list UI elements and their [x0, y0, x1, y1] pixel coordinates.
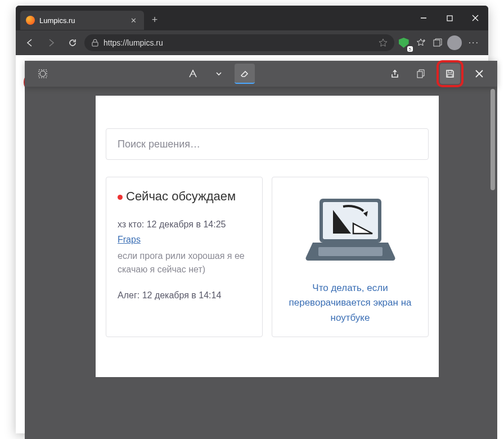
save-button[interactable]: [440, 64, 460, 84]
tab-close-button[interactable]: ✕: [128, 15, 138, 25]
shield-badge: 5: [407, 46, 413, 52]
tracking-shield[interactable]: 5: [397, 35, 411, 50]
search-placeholder: Поиск решения…: [118, 138, 200, 150]
chevron-down-icon: [215, 70, 222, 77]
comment-meta: хз кто: 12 декабря в 14:25: [118, 218, 251, 231]
lock-icon: [91, 39, 99, 47]
highlighter-button[interactable]: [183, 64, 203, 84]
comment-body: если прога рили хорошая я ее скачаю я се…: [118, 249, 251, 276]
back-button[interactable]: [20, 33, 39, 52]
overlay-scrollbar[interactable]: [490, 89, 495, 190]
window-controls: [411, 8, 488, 28]
laptop-rotate-icon: [303, 194, 398, 267]
favicon-icon: [26, 16, 35, 25]
collections-icon: [433, 38, 443, 48]
tab-title: Lumpics.ru: [39, 16, 75, 25]
eraser-icon: [239, 68, 250, 79]
svg-rect-20: [318, 247, 382, 256]
url-box[interactable]: https://lumpics.ru: [84, 34, 394, 51]
minimize-button[interactable]: [411, 8, 436, 28]
svg-rect-13: [417, 71, 422, 78]
collections-button[interactable]: [430, 35, 445, 50]
close-icon: [475, 69, 484, 78]
screenshot-toolbar: [25, 61, 497, 87]
url-text: https://lumpics.ru: [104, 38, 163, 47]
favorite-button[interactable]: [379, 38, 388, 47]
comment-meta: Алег: 12 декабря в 14:14: [118, 289, 251, 302]
live-dot-icon: [118, 195, 123, 200]
title-text: Сейчас обсуждаем: [126, 189, 236, 203]
copy-icon: [416, 69, 426, 79]
share-icon: [390, 69, 400, 79]
svg-rect-7: [434, 40, 440, 46]
highlighter-icon: [188, 69, 198, 79]
new-tab-button[interactable]: +: [146, 11, 163, 28]
arrow-left-icon: [25, 38, 35, 48]
maximize-icon: [447, 15, 453, 21]
close-window-button[interactable]: [462, 8, 488, 28]
profile-avatar[interactable]: [447, 35, 462, 50]
refresh-button[interactable]: [63, 33, 82, 52]
favorites-button[interactable]: [413, 35, 428, 50]
maximize-button[interactable]: [436, 8, 462, 28]
highlighter-dropdown[interactable]: [209, 64, 229, 84]
address-bar: https://lumpics.ru 5 ···: [16, 30, 488, 55]
capture-icon: [37, 68, 48, 79]
share-button[interactable]: [385, 64, 405, 84]
discuss-card: Сейчас обсуждаем хз кто: 12 декабря в 14…: [106, 177, 263, 337]
close-screenshot-button[interactable]: [469, 64, 489, 84]
copy-button[interactable]: [411, 64, 431, 84]
save-icon: [445, 69, 455, 79]
article-card[interactable]: Что делать, если переворачивается экран …: [272, 177, 429, 337]
arrow-right-icon: [46, 38, 56, 48]
capture-area-button[interactable]: [33, 64, 53, 84]
svg-rect-1: [447, 16, 452, 21]
svg-rect-4: [92, 42, 98, 46]
close-icon: [472, 15, 479, 21]
menu-button[interactable]: ···: [464, 38, 484, 48]
eraser-button[interactable]: [235, 64, 255, 84]
star-icon: [379, 38, 388, 47]
comment-link[interactable]: Fraps: [118, 235, 141, 244]
star-plus-icon: [416, 38, 426, 48]
forward-button[interactable]: [42, 33, 61, 52]
browser-tab[interactable]: Lumpics.ru ✕: [20, 11, 144, 30]
minimize-icon: [420, 15, 427, 21]
svg-point-11: [40, 71, 46, 77]
captured-content: Поиск решения… Сейчас обсуждаем хз кто: …: [96, 96, 439, 377]
article-link[interactable]: Что делать, если переворачивается экран …: [284, 281, 417, 325]
search-input[interactable]: Поиск решения…: [106, 128, 429, 160]
discuss-title: Сейчас обсуждаем: [118, 189, 251, 204]
titlebar: Lumpics.ru ✕ +: [16, 6, 488, 30]
refresh-icon: [68, 38, 78, 48]
save-highlight: [436, 60, 464, 87]
